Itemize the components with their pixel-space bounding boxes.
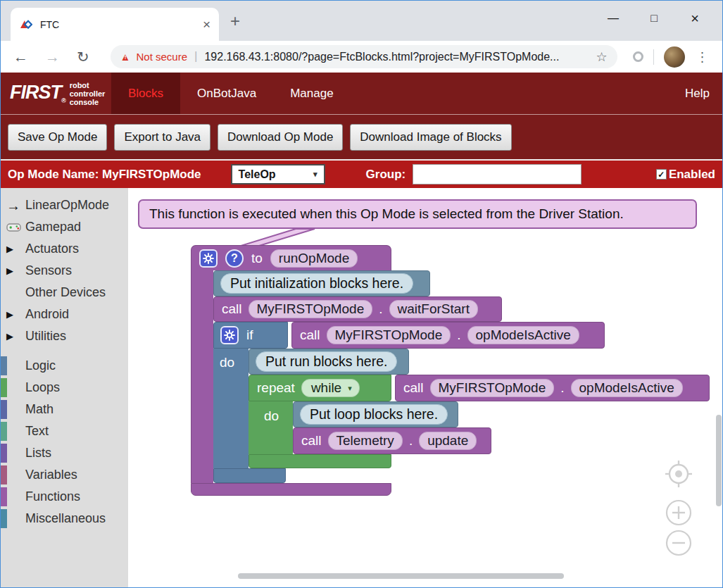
- extension-icon[interactable]: [633, 51, 643, 62]
- if-block-footer: [213, 468, 286, 483]
- forward-icon: →: [45, 49, 60, 65]
- export-to-java-button[interactable]: Export to Java: [114, 124, 210, 151]
- call-block-opmodeisactive[interactable]: call MyFIRSTOpMode . opModeIsActive: [395, 375, 710, 401]
- toolbox-item-linearopmode[interactable]: → LinearOpMode: [1, 194, 128, 216]
- browser-menu-icon[interactable]: ⋮: [696, 49, 709, 65]
- group-label: Group:: [366, 168, 406, 182]
- mutator-gear-icon[interactable]: [220, 326, 239, 344]
- reload-icon[interactable]: ↻: [77, 49, 89, 65]
- repeat-while-block[interactable]: repeat while ▾: [249, 375, 710, 468]
- bookmark-star-icon[interactable]: ☆: [596, 49, 607, 65]
- toolbox-item-utilities[interactable]: ▶ Utilities: [1, 325, 128, 347]
- arrow-right-icon: →: [6, 199, 20, 213]
- enabled-control: ✓ Enabled: [656, 168, 715, 182]
- new-tab-button[interactable]: +: [230, 11, 240, 31]
- back-icon[interactable]: ←: [13, 49, 28, 65]
- function-name-field[interactable]: runOpMode: [270, 249, 358, 268]
- toolbox-category-text[interactable]: Text: [1, 420, 128, 442]
- opmode-name-label: Op Mode Name: MyFIRSTOpMode: [8, 168, 201, 182]
- comment-bubble-tail: [241, 228, 318, 247]
- call-block-waitforstart[interactable]: call MyFIRSTOpMode . waitForStart: [213, 296, 502, 322]
- download-opmode-button[interactable]: Download Op Mode: [218, 124, 343, 151]
- url-field[interactable]: ▲ ! Not secure | 192.168.43.1:8080/?page…: [111, 45, 617, 68]
- download-image-button[interactable]: Download Image of Blocks: [350, 124, 511, 151]
- toolbox-item-sensors[interactable]: ▶ Sensors: [1, 260, 128, 282]
- enabled-checkbox[interactable]: ✓: [656, 169, 667, 180]
- category-color-chip: [1, 422, 7, 441]
- object-field[interactable]: MyFIRSTOpMode: [430, 379, 555, 397]
- group-input[interactable]: [413, 164, 581, 184]
- comment-block-loop[interactable]: Put loop blocks here.: [293, 401, 458, 427]
- method-field[interactable]: update: [419, 432, 477, 450]
- nav-tab-manage[interactable]: Manage: [273, 73, 350, 114]
- help-icon[interactable]: ?: [225, 249, 244, 268]
- repeat-block-footer: [249, 454, 391, 468]
- repeat-keyword: repeat: [257, 380, 295, 396]
- maximize-button[interactable]: □: [634, 5, 674, 32]
- browser-tab[interactable]: FTC ×: [11, 8, 219, 41]
- triangle-expand-icon: ▶: [6, 331, 13, 342]
- method-field[interactable]: opModeIsActive: [467, 326, 579, 344]
- triangle-expand-icon: ▶: [6, 265, 13, 276]
- method-field[interactable]: waitForStart: [389, 300, 478, 318]
- omnibox-separator: |: [194, 49, 197, 63]
- opmode-bar: Op Mode Name: MyFIRSTOpMode TeleOp ▾ Gro…: [1, 159, 722, 188]
- method-field[interactable]: opModeIsActive: [571, 379, 683, 397]
- if-block[interactable]: if call MyFIRSTOpMode . opModeIsActive: [213, 322, 710, 483]
- call-block-telemetry-update[interactable]: call Telemetry . update: [293, 427, 491, 454]
- function-block-spine: [191, 270, 213, 483]
- toolbox-item-other-devices[interactable]: Other Devices: [1, 282, 128, 304]
- object-field[interactable]: MyFIRSTOpMode: [327, 326, 451, 344]
- comment-block-run[interactable]: Put run blocks here.: [249, 349, 409, 375]
- url-text[interactable]: 192.168.43.1:8080/?page=FtcBlocks.html?p…: [204, 51, 590, 63]
- function-block-footer: [191, 483, 391, 496]
- category-color-chip: [1, 356, 7, 375]
- object-field[interactable]: MyFIRSTOpMode: [249, 300, 373, 318]
- object-field[interactable]: Telemetry: [328, 432, 403, 450]
- address-bar: ← → ↻ ▲ ! Not secure | 192.168.43.1:8080…: [1, 41, 722, 73]
- toolbox-category-logic[interactable]: Logic: [1, 355, 128, 377]
- horizontal-scrollbar[interactable]: [238, 573, 564, 579]
- while-dropdown[interactable]: while ▾: [301, 379, 360, 397]
- save-opmode-button[interactable]: Save Op Mode: [8, 124, 107, 151]
- zoom-out-icon: [667, 531, 691, 555]
- select-arrow-icon: ▾: [313, 170, 318, 179]
- comment-block-init[interactable]: Put initialization blocks here.: [213, 270, 430, 296]
- ftc-header: FIRST® robot controller console Blocks O…: [1, 73, 722, 114]
- close-button[interactable]: ×: [674, 5, 715, 32]
- vertical-scrollbar[interactable]: [716, 415, 722, 506]
- if-do-spine: do: [213, 349, 249, 468]
- comment-bubble: This function is executed when this Op M…: [138, 199, 697, 229]
- opmode-flavor-select[interactable]: TeleOp ▾: [231, 164, 325, 184]
- help-link[interactable]: Help: [685, 73, 722, 114]
- category-color-chip: [1, 487, 7, 506]
- nav-tab-onbotjava[interactable]: OnBotJava: [180, 73, 273, 114]
- nav-tab-blocks[interactable]: Blocks: [111, 73, 180, 114]
- tab-close-icon[interactable]: ×: [203, 17, 210, 32]
- toolbox-category-miscellaneous[interactable]: Miscellaneous: [1, 508, 128, 530]
- minimize-button[interactable]: —: [593, 5, 634, 32]
- category-color-chip: [1, 465, 7, 484]
- call-block-opmodeisactive[interactable]: call MyFIRSTOpMode . opModeIsActive: [291, 322, 605, 349]
- toolbox-item-actuators[interactable]: ▶ Actuators: [1, 238, 128, 260]
- toolbox-category-functions[interactable]: Functions: [1, 486, 128, 508]
- not-secure-label[interactable]: Not secure: [136, 51, 187, 63]
- mutator-gear-icon[interactable]: [199, 249, 218, 268]
- toolbox-category-lists[interactable]: Lists: [1, 442, 128, 464]
- tab-title: FTC: [40, 19, 203, 30]
- toolbox-item-android[interactable]: ▶ Android: [1, 304, 128, 325]
- toolbox-category-loops[interactable]: Loops: [1, 377, 128, 399]
- blocks-workspace[interactable]: This function is executed when this Op M…: [128, 188, 723, 587]
- function-block-runopmode[interactable]: ? to runOpMode Put initialization blocks…: [191, 245, 710, 496]
- browser-window: FTC × + — □ × ← → ↻ ▲ ! Not secure | 192…: [0, 0, 723, 588]
- profile-avatar[interactable]: [664, 46, 685, 68]
- do-label: do: [220, 355, 234, 370]
- toolbox-item-gamepad[interactable]: Gamepad: [1, 216, 128, 238]
- category-color-chip: [1, 444, 7, 463]
- blocks-toolbox: → LinearOpMode Gamepad ▶ Actuators: [1, 188, 128, 587]
- zoom-controls: [658, 453, 701, 558]
- window-controls: — □ ×: [593, 5, 715, 32]
- toolbox-category-math[interactable]: Math: [1, 399, 128, 420]
- toolbox-category-variables[interactable]: Variables: [1, 464, 128, 486]
- dropdown-arrow-icon: ▾: [348, 384, 352, 393]
